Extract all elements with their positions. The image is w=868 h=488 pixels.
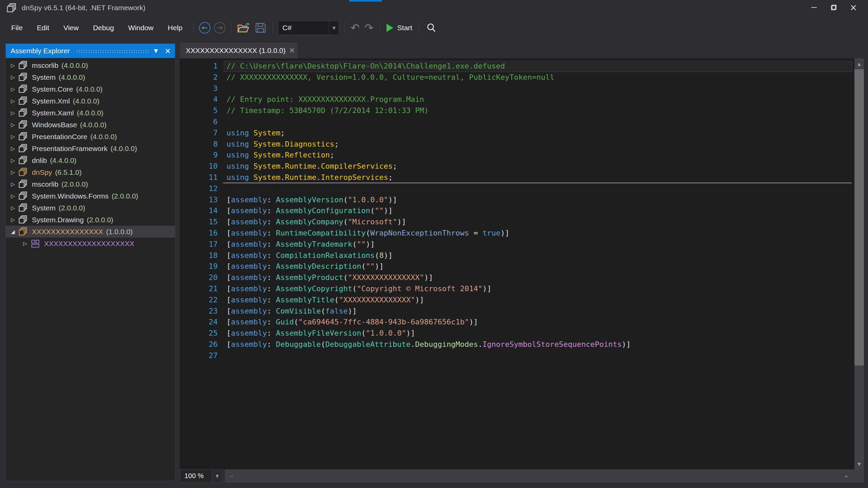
assembly-icon <box>19 203 28 212</box>
save-icon <box>255 22 266 34</box>
search-icon <box>426 22 437 33</box>
maximize-button[interactable] <box>824 1 844 14</box>
expander-collapsed-icon[interactable]: ▷ <box>8 205 17 211</box>
tree-item[interactable]: ▷System.Drawing(2.0.0.0) <box>6 214 175 226</box>
expander-collapsed-icon[interactable]: ▷ <box>8 181 17 187</box>
redo-button[interactable]: ↷ <box>364 22 374 34</box>
tree-item[interactable]: ▷System(2.0.0.0) <box>6 202 175 214</box>
tree-item-version: (4.0.0.0) <box>59 73 85 81</box>
tree-item-version: (4.0.0.0) <box>73 97 99 105</box>
panel-close-icon[interactable]: ✕ <box>165 47 171 55</box>
tree-item[interactable]: ▷PresentationCore(4.0.0.0) <box>6 131 175 143</box>
code-text: // Entry point: XXXXXXXXXXXXXXX.Program.… <box>226 94 424 105</box>
assembly-icon <box>19 73 28 82</box>
save-button[interactable] <box>254 22 267 34</box>
chevron-down-icon[interactable]: ▼ <box>154 48 158 54</box>
close-button[interactable]: × <box>844 1 863 14</box>
code-text: using System.Runtime.InteropServices; <box>226 172 393 183</box>
tree-item[interactable]: ▷mscorlib(4.0.0.0) <box>6 59 175 71</box>
back-button[interactable]: ← <box>199 22 211 34</box>
tree-item[interactable]: ▷WindowsBase(4.0.0.0) <box>6 119 175 131</box>
minimize-button[interactable] <box>804 1 824 14</box>
tree-item[interactable]: ▷XXXXXXXXXXXXXXXXXXX <box>6 238 175 249</box>
line-number: 5 <box>180 105 218 116</box>
scroll-down-icon[interactable]: ▼ <box>854 459 864 469</box>
code-text: [assembly: RuntimeCompatibility(WrapNonE… <box>226 228 510 239</box>
code-text: [assembly: AssemblyDescription("")] <box>226 261 384 272</box>
assembly-icon <box>19 61 28 70</box>
expander-collapsed-icon[interactable]: ▷ <box>8 169 17 175</box>
open-folder-icon <box>237 22 250 34</box>
tab-close-icon[interactable]: ✕ <box>289 46 295 55</box>
line-number: 27 <box>180 350 218 361</box>
assembly-explorer-panel: Assembly Explorer ▼ ✕ ▷mscorlib(4.0.0.0)… <box>5 43 175 481</box>
expander-collapsed-icon[interactable]: ▷ <box>8 110 17 116</box>
menu-item-file[interactable]: File <box>4 21 30 35</box>
code-line: 15[assembly: AssemblyCompany("Microsoft"… <box>180 217 854 228</box>
zoom-level-select[interactable]: 100 % <box>180 469 212 483</box>
scroll-right-icon[interactable]: ► <box>842 469 852 483</box>
line-number: 8 <box>180 139 218 150</box>
open-file-button[interactable] <box>237 22 250 34</box>
line-number: 14 <box>180 205 218 217</box>
scroll-up-icon[interactable]: ▲ <box>854 59 864 69</box>
expander-collapsed-icon[interactable]: ▷ <box>8 134 17 140</box>
menubar: FileEditViewDebugWindowHelp ← → C# ▼ <box>0 15 868 41</box>
code-line: 25[assembly: AssemblyFileVersion("1.0.0.… <box>180 328 854 339</box>
expander-collapsed-icon[interactable]: ▷ <box>8 193 17 199</box>
tree-item-label: WindowsBase <box>32 121 77 129</box>
tree-item[interactable]: ▷System.Windows.Forms(2.0.0.0) <box>6 190 175 202</box>
expander-collapsed-icon[interactable]: ▷ <box>8 217 17 223</box>
panel-drag-grip[interactable] <box>76 50 149 54</box>
tree-item[interactable]: ▷PresentationFramework(4.0.0.0) <box>6 143 175 154</box>
tree-item[interactable]: ◢XXXXXXXXXXXXXXX(1.0.0.0) <box>6 226 175 238</box>
zoom-dropdown-button[interactable]: ▼ <box>212 469 222 483</box>
tree-item[interactable]: ▷dnSpy(6.5.1.0) <box>6 166 175 178</box>
chevron-down-icon[interactable]: ▼ <box>329 21 339 35</box>
vertical-scrollbar[interactable]: ▲ ▼ <box>854 58 864 469</box>
assembly-icon <box>19 132 28 141</box>
start-button[interactable]: Start <box>387 24 412 32</box>
tree-item[interactable]: ▷mscorlib(2.0.0.0) <box>6 178 175 190</box>
scrollbar-thumb[interactable] <box>854 69 864 365</box>
expander-collapsed-icon[interactable]: ▷ <box>8 74 17 80</box>
tree-item-label: PresentationFramework <box>32 145 107 153</box>
search-button[interactable] <box>425 22 438 34</box>
tree-item[interactable]: ▷System(4.0.0.0) <box>6 71 175 83</box>
line-number: 10 <box>180 161 218 172</box>
maximize-icon <box>831 5 836 10</box>
tree-item[interactable]: ▷System.Xaml(4.0.0.0) <box>6 107 175 119</box>
tree-item-label: mscorlib <box>32 180 58 188</box>
menu-item-help[interactable]: Help <box>161 21 190 35</box>
language-select[interactable]: C# ▼ <box>278 21 339 35</box>
tree-item[interactable]: ▷dnlib(4.4.0.0) <box>6 154 175 166</box>
editor-area: XXXXXXXXXXXXXXX (1.0.0.0) ✕ 1// C:\Users… <box>180 42 864 483</box>
menu-item-window[interactable]: Window <box>121 21 161 35</box>
tree-item-version: (2.0.0.0) <box>59 204 85 212</box>
horizontal-scrollbar[interactable]: ◄ ► <box>225 469 864 483</box>
expander-collapsed-icon[interactable]: ▷ <box>8 122 17 128</box>
undo-button[interactable]: ↶ <box>351 22 360 34</box>
line-number: 19 <box>180 261 218 272</box>
expander-collapsed-icon[interactable]: ▷ <box>8 86 17 92</box>
tree-item[interactable]: ▷System.Xml(4.0.0.0) <box>6 95 175 107</box>
expander-collapsed-icon[interactable]: ▷ <box>8 98 17 104</box>
expander-collapsed-icon[interactable]: ▷ <box>8 146 17 152</box>
expander-expanded-icon[interactable]: ◢ <box>8 229 17 235</box>
expander-collapsed-icon[interactable]: ▷ <box>21 241 29 247</box>
tree-item-version: (2.0.0.0) <box>61 180 88 188</box>
menu-item-view[interactable]: View <box>56 21 86 35</box>
scroll-left-icon[interactable]: ◄ <box>226 469 236 483</box>
menu-item-edit[interactable]: Edit <box>30 21 56 35</box>
document-tab[interactable]: XXXXXXXXXXXXXXX (1.0.0.0) ✕ <box>180 42 298 58</box>
code-editor[interactable]: 1// C:\Users\flare\Desktop\Flare-On\2014… <box>180 58 854 469</box>
forward-button[interactable]: → <box>214 22 225 34</box>
tree-item[interactable]: ▷System.Core(4.0.0.0) <box>6 83 175 95</box>
expander-collapsed-icon[interactable]: ▷ <box>8 62 17 69</box>
start-label: Start <box>397 24 412 32</box>
menu-item-debug[interactable]: Debug <box>86 21 121 35</box>
code-text: [assembly: Guid("ca694645-7ffc-4884-943b… <box>226 317 478 328</box>
code-line-current: 1// C:\Users\flare\Desktop\Flare-On\2014… <box>180 61 854 72</box>
line-number: 17 <box>180 239 218 250</box>
expander-collapsed-icon[interactable]: ▷ <box>8 157 17 164</box>
